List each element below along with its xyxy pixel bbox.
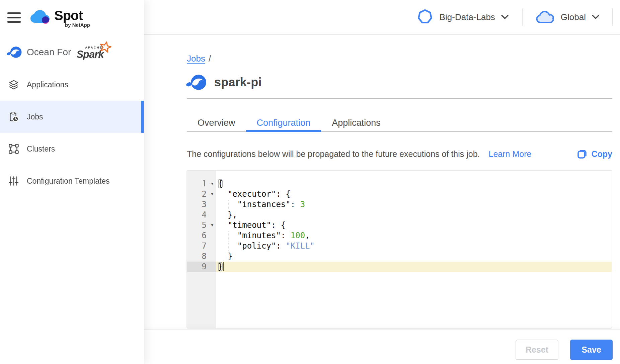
breadcrumb: Jobs/ <box>187 54 211 64</box>
gutter-line-9: 9 <box>187 262 216 272</box>
sidebar-item-label: Configuration Templates <box>27 177 110 186</box>
header-divider <box>522 8 523 26</box>
sidebar-item-jobs[interactable]: Jobs <box>0 101 144 133</box>
ocean-wave-icon <box>186 74 207 91</box>
gutter-line-5: 5▾ <box>187 220 216 231</box>
text-cursor <box>223 262 224 271</box>
description-row: The configurations below will be propaga… <box>187 145 612 163</box>
gutter-line-6: 6 <box>187 231 216 241</box>
heptagon-icon <box>417 9 433 25</box>
cloud-icon <box>536 10 554 24</box>
code-line-active: } <box>216 262 612 272</box>
gutter-line-8: 8 <box>187 251 216 262</box>
sliders-icon <box>8 176 19 186</box>
chevron-down-icon <box>592 15 599 19</box>
save-button[interactable]: Save <box>570 340 613 360</box>
scope-label: Global <box>561 12 586 22</box>
gutter-line-4: 4 <box>187 210 216 220</box>
spot-cloud-icon <box>30 8 51 25</box>
learn-more-link[interactable]: Learn More <box>489 149 532 159</box>
action-bar: Reset Save <box>144 329 620 364</box>
breadcrumb-jobs-link[interactable]: Jobs <box>187 54 205 64</box>
org-label: Big-Data-Labs <box>440 12 495 22</box>
copy-label: Copy <box>592 149 613 159</box>
gutter-line-3: 3 <box>187 199 216 210</box>
tab-overview[interactable]: Overview <box>187 115 246 132</box>
code-line: "minutes": 100, <box>216 231 612 241</box>
copy-button[interactable]: Copy <box>577 149 613 159</box>
sidebar-item-label: Applications <box>27 80 68 89</box>
sidebar-item-clusters[interactable]: Clusters <box>0 133 144 165</box>
tab-bar: Overview Configuration Applications <box>187 115 612 132</box>
code-line: } <box>216 251 612 262</box>
editor-code-area[interactable]: { "executor": { "instances": 3 }, "timeo… <box>216 171 612 328</box>
tab-configuration[interactable]: Configuration <box>246 115 321 132</box>
code-line: }, <box>216 210 612 220</box>
chevron-down-icon <box>501 15 509 19</box>
sidebar: Spot by NetApp Ocean For APACHE Spark Ap… <box>0 0 144 364</box>
cluster-icon <box>8 144 19 154</box>
code-line: "executor": { <box>216 189 612 199</box>
scope-picker[interactable]: Global <box>536 10 599 24</box>
json-config-editor[interactable]: 1▾ 2▾ 3 4 5▾ 6 7 8 9 { "executor": { "in… <box>186 170 612 329</box>
gutter-line-1: 1▾ <box>187 179 216 189</box>
product-prefix: Ocean For <box>27 47 71 58</box>
spark-star-icon <box>99 41 112 53</box>
code-line: "policy": "KILL" <box>216 241 612 251</box>
page-title: spark-pi <box>214 75 262 89</box>
sidebar-item-configuration-templates[interactable]: Configuration Templates <box>0 165 144 197</box>
brand-name: Spot <box>54 8 90 23</box>
code-line: "instances": 3 <box>216 199 612 210</box>
code-line: "timeout": { <box>216 220 612 231</box>
product-ocean-for-spark[interactable]: Ocean For APACHE Spark <box>7 43 110 62</box>
gutter-line-2: 2▾ <box>187 189 216 199</box>
copy-icon <box>577 149 587 159</box>
editor-gutter: 1▾ 2▾ 3 4 5▾ 6 7 8 9 <box>187 171 216 328</box>
org-picker[interactable]: Big-Data-Labs <box>417 9 509 25</box>
apache-spark-logo: APACHE Spark <box>76 42 110 62</box>
top-header: Big-Data-Labs Global <box>144 0 620 35</box>
sidebar-nav: Applications Jobs Clusters <box>0 69 144 197</box>
gutter-line-7: 7 <box>187 241 216 251</box>
hamburger-menu-icon[interactable] <box>7 12 21 23</box>
description-text: The configurations below will be propaga… <box>187 149 480 159</box>
clipboard-clock-icon <box>8 111 19 122</box>
sidebar-item-applications[interactable]: Applications <box>0 69 144 101</box>
title-divider <box>187 98 612 99</box>
layers-icon <box>8 79 19 90</box>
code-line: { <box>216 179 612 189</box>
sidebar-item-label: Clusters <box>27 145 55 154</box>
ocean-wave-icon <box>7 46 22 59</box>
main-content: Big-Data-Labs Global Jobs/ spark-pi <box>144 0 620 364</box>
breadcrumb-separator: / <box>209 54 211 64</box>
spot-logo[interactable]: Spot by NetApp <box>30 8 90 28</box>
brand-byline: by NetApp <box>54 22 90 28</box>
reset-button[interactable]: Reset <box>516 340 558 360</box>
tab-applications[interactable]: Applications <box>321 115 391 132</box>
page-title-row: spark-pi <box>186 74 262 91</box>
sidebar-item-label: Jobs <box>27 112 43 121</box>
fold-arrow-icon[interactable]: ▾ <box>211 220 214 230</box>
fold-arrow-icon[interactable]: ▾ <box>211 189 214 199</box>
header-divider <box>612 8 613 26</box>
fold-arrow-icon[interactable]: ▾ <box>211 178 214 189</box>
